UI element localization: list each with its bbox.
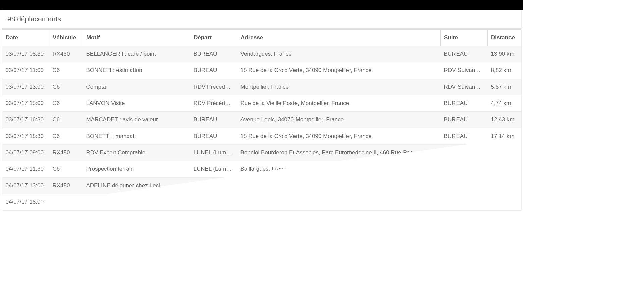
table-row[interactable]: 03/07/17 11:00C6BONNETI : estimationBURE… — [2, 62, 521, 79]
cell-date: 03/07/17 16:30 — [2, 112, 49, 128]
cell-distance: 8,82 km — [488, 62, 521, 79]
table-row[interactable]: 03/07/17 16:30C6MARCADET : avis de valeu… — [2, 112, 521, 128]
col-header-adresse[interactable]: Adresse — [237, 30, 441, 46]
col-header-vehicule[interactable]: Véhicule — [49, 30, 83, 46]
cell-distance — [488, 178, 521, 194]
cell-date: 04/07/17 09:00 — [2, 145, 49, 161]
cell-vehicule: C6 — [49, 95, 83, 112]
cell-date: 03/07/17 18:30 — [2, 128, 49, 145]
cell-depart: RDV Précéd… — [190, 95, 237, 112]
table-row[interactable]: 04/07/17 11:30C6Prospection terrainLUNEL… — [2, 161, 521, 178]
top-black-bar — [0, 0, 523, 10]
cell-suite: BUREAU — [441, 128, 488, 145]
trips-panel: 98 déplacements Date Véhicule Motif Dépa… — [2, 10, 522, 211]
cell-adresse: Vendargues, France — [237, 46, 441, 62]
table-row[interactable]: 03/07/17 08:30RX450BELLANGER F. café / p… — [2, 46, 521, 62]
cell-date: 03/07/17 08:30 — [2, 46, 49, 62]
cell-vehicule: RX450 — [49, 46, 83, 62]
table-row[interactable]: 04/07/17 09:00RX450RDV Expert ComptableL… — [2, 145, 521, 161]
cell-distance: 4,74 km — [488, 95, 521, 112]
cell-motif: BONETTI : mandat — [83, 128, 190, 145]
col-header-distance[interactable]: Distance — [488, 30, 521, 46]
cell-motif — [83, 194, 190, 210]
cell-vehicule: C6 — [49, 128, 83, 145]
cell-adresse: Montpellier, France — [237, 79, 441, 95]
cell-depart: BUREAU — [190, 128, 237, 145]
cell-date: 04/07/17 15:00 — [2, 194, 49, 210]
table-row[interactable]: 03/07/17 15:00C6LANVON VisiteRDV Précéd…… — [2, 95, 521, 112]
cell-date: 04/07/17 11:30 — [2, 161, 49, 178]
table-row[interactable]: 03/07/17 18:30C6BONETTI : mandatBUREAU15… — [2, 128, 521, 145]
cell-date: 03/07/17 13:00 — [2, 79, 49, 95]
cell-adresse: Avenue Lepic, 34070 Montpellier, France — [237, 112, 441, 128]
cell-distance — [488, 161, 521, 178]
cell-suite — [441, 194, 488, 210]
cell-suite — [441, 161, 488, 178]
cell-adresse: 15 Rue de la Croix Verte, 34090 Montpell… — [237, 62, 441, 79]
cell-motif: Prospection terrain — [83, 161, 190, 178]
cell-suite — [441, 178, 488, 194]
cell-adresse — [237, 194, 441, 210]
cell-date: 04/07/17 13:00 — [2, 178, 49, 194]
cell-distance: 13,90 km — [488, 46, 521, 62]
table-row[interactable]: 03/07/17 13:00C6ComptaRDV Précéd…Montpel… — [2, 79, 521, 95]
cell-adresse — [237, 178, 441, 194]
cell-distance — [488, 194, 521, 210]
cell-vehicule: C6 — [49, 112, 83, 128]
cell-adresse: Baillargues, France — [237, 161, 441, 178]
cell-vehicule: C6 — [49, 62, 83, 79]
table-header-row: Date Véhicule Motif Départ Adresse Suite… — [2, 30, 521, 46]
cell-distance — [488, 145, 521, 161]
cell-depart: LUNEL (Lum… — [190, 145, 237, 161]
cell-vehicule — [49, 194, 83, 210]
cell-suite: RDV Suivan… — [441, 62, 488, 79]
cell-depart — [190, 194, 237, 210]
cell-suite: BUREAU — [441, 112, 488, 128]
table-row[interactable]: 04/07/17 13:00RX450ADELINE déjeuner chez… — [2, 178, 521, 194]
cell-vehicule: RX450 — [49, 145, 83, 161]
cell-depart: LUNEL (Lum… — [190, 161, 237, 178]
cell-adresse: 15 Rue de la Croix Verte, 34090 Montpell… — [237, 128, 441, 145]
cell-motif: BONNETI : estimation — [83, 62, 190, 79]
cell-vehicule: C6 — [49, 161, 83, 178]
panel-title: 98 déplacements — [2, 10, 521, 29]
cell-distance: 5,57 km — [488, 79, 521, 95]
cell-vehicule: RX450 — [49, 178, 83, 194]
cell-date: 03/07/17 11:00 — [2, 62, 49, 79]
cell-suite: BUREAU — [441, 95, 488, 112]
cell-distance: 17,14 km — [488, 128, 521, 145]
cell-depart: BUREAU — [190, 112, 237, 128]
cell-suite: BUREAU — [441, 46, 488, 62]
table-row[interactable]: 04/07/17 15:00 — [2, 194, 521, 210]
cell-adresse: Bonniol Bourderon Et Associes, Parc Euro… — [237, 145, 441, 161]
cell-motif: Compta — [83, 79, 190, 95]
col-header-depart[interactable]: Départ — [190, 30, 237, 46]
cell-suite — [441, 145, 488, 161]
cell-depart — [190, 178, 237, 194]
cell-date: 03/07/17 15:00 — [2, 95, 49, 112]
cell-depart: RDV Précéd… — [190, 79, 237, 95]
trips-table: Date Véhicule Motif Départ Adresse Suite… — [2, 29, 521, 210]
cell-vehicule: C6 — [49, 79, 83, 95]
table-wrapper: Date Véhicule Motif Départ Adresse Suite… — [2, 29, 521, 210]
col-header-date[interactable]: Date — [2, 30, 49, 46]
cell-suite: RDV Suivan… — [441, 79, 488, 95]
cell-depart: BUREAU — [190, 46, 237, 62]
cell-distance: 12,43 km — [488, 112, 521, 128]
cell-motif: RDV Expert Comptable — [83, 145, 190, 161]
cell-depart: BUREAU — [190, 62, 237, 79]
cell-motif: ADELINE déjeuner chez Lecl… — [83, 178, 190, 194]
cell-motif: BELLANGER F. café / point — [83, 46, 190, 62]
col-header-motif[interactable]: Motif — [83, 30, 190, 46]
cell-adresse: Rue de la Vieille Poste, Montpellier, Fr… — [237, 95, 441, 112]
cell-motif: MARCADET : avis de valeur — [83, 112, 190, 128]
col-header-suite[interactable]: Suite — [441, 30, 488, 46]
cell-motif: LANVON Visite — [83, 95, 190, 112]
